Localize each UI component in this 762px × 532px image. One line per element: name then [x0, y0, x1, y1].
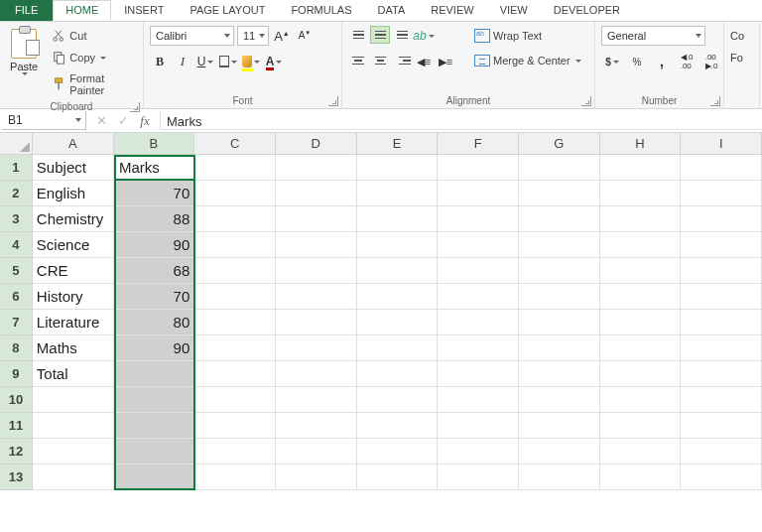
cell-E12[interactable]: [357, 439, 439, 465]
cell-I5[interactable]: [681, 258, 762, 284]
number-format-select[interactable]: General: [601, 26, 705, 46]
col-header-B[interactable]: B: [114, 133, 195, 155]
cell-G6[interactable]: [519, 284, 600, 310]
cell-H8[interactable]: [600, 335, 682, 361]
row-header-12[interactable]: 12: [0, 439, 33, 465]
formula-input[interactable]: Marks: [160, 111, 762, 130]
cell-F7[interactable]: [438, 310, 519, 335]
cell-I6[interactable]: [681, 284, 762, 310]
cell-C5[interactable]: [194, 258, 276, 284]
cell-A1[interactable]: Subject: [33, 155, 114, 181]
cell-E8[interactable]: [357, 335, 439, 361]
col-header-D[interactable]: D: [276, 133, 357, 155]
cell-D8[interactable]: [276, 335, 357, 361]
col-header-E[interactable]: E: [357, 133, 439, 155]
cell-F2[interactable]: [438, 181, 519, 206]
cell-B7[interactable]: 80: [114, 310, 195, 335]
cell-H6[interactable]: [600, 284, 682, 310]
col-header-H[interactable]: H: [600, 133, 682, 155]
cell-C12[interactable]: [194, 439, 276, 465]
tab-home[interactable]: HOME: [53, 0, 111, 21]
align-middle-button[interactable]: [370, 26, 390, 44]
cell-E11[interactable]: [357, 413, 439, 439]
row-header-4[interactable]: 4: [0, 232, 33, 258]
merge-center-button[interactable]: Merge & Center: [469, 52, 586, 69]
cell-F10[interactable]: [438, 387, 519, 413]
cell-E9[interactable]: [357, 361, 439, 387]
cell-B5[interactable]: 68: [114, 258, 195, 284]
cell-G3[interactable]: [519, 206, 600, 232]
select-all-corner[interactable]: [0, 133, 33, 155]
cell-D9[interactable]: [276, 361, 357, 387]
accept-formula-icon[interactable]: ✓: [112, 113, 134, 128]
cell-G7[interactable]: [519, 310, 600, 335]
cell-D4[interactable]: [276, 232, 357, 258]
cell-H11[interactable]: [600, 413, 682, 439]
cell-C11[interactable]: [194, 413, 276, 439]
dialog-launcher-icon[interactable]: [581, 96, 591, 106]
col-header-F[interactable]: F: [438, 133, 519, 155]
cell-E3[interactable]: [357, 206, 439, 232]
dialog-launcher-icon[interactable]: [130, 102, 140, 112]
cell-G12[interactable]: [519, 439, 600, 465]
row-header-1[interactable]: 1: [0, 155, 33, 181]
fill-color-button[interactable]: [241, 52, 261, 71]
cell-F3[interactable]: [438, 206, 519, 232]
comma-format-button[interactable]: ,: [651, 52, 673, 71]
cell-B11[interactable]: [114, 413, 195, 439]
cut-button[interactable]: Cut: [48, 26, 137, 46]
cell-A9[interactable]: Total: [33, 361, 114, 387]
cell-B6[interactable]: 70: [114, 284, 195, 310]
cell-G1[interactable]: [519, 155, 600, 181]
cell-E5[interactable]: [357, 258, 439, 284]
accounting-format-button[interactable]: $: [601, 52, 623, 71]
row-header-7[interactable]: 7: [0, 310, 33, 335]
cell-H10[interactable]: [600, 387, 682, 413]
cell-G11[interactable]: [519, 413, 600, 439]
cell-G5[interactable]: [519, 258, 600, 284]
cell-B3[interactable]: 88: [114, 206, 195, 232]
increase-font-button[interactable]: A▲: [272, 26, 292, 46]
align-top-button[interactable]: [348, 26, 368, 44]
cell-C9[interactable]: [194, 361, 276, 387]
cell-D3[interactable]: [276, 206, 357, 232]
col-header-A[interactable]: A: [33, 133, 114, 155]
wrap-text-button[interactable]: Wrap Text: [469, 26, 586, 46]
tab-page-layout[interactable]: PAGE LAYOUT: [177, 0, 278, 21]
cell-C10[interactable]: [194, 387, 276, 413]
name-box[interactable]: B1: [2, 111, 86, 130]
cell-C1[interactable]: [194, 155, 276, 181]
tab-data[interactable]: DATA: [365, 0, 419, 21]
cell-D7[interactable]: [276, 310, 357, 335]
cell-D2[interactable]: [276, 181, 357, 206]
tab-formulas[interactable]: FORMULAS: [278, 0, 364, 21]
cell-A12[interactable]: [33, 439, 114, 465]
cell-F4[interactable]: [438, 232, 519, 258]
cell-H12[interactable]: [600, 439, 682, 465]
cell-H5[interactable]: [600, 258, 682, 284]
align-bottom-button[interactable]: [392, 26, 412, 44]
cell-C3[interactable]: [194, 206, 276, 232]
row-header-13[interactable]: 13: [0, 465, 33, 490]
insert-function-icon[interactable]: fx: [134, 113, 156, 129]
cell-F13[interactable]: [438, 465, 519, 490]
cell-A7[interactable]: Literature: [33, 310, 114, 335]
cell-B1[interactable]: Marks: [114, 155, 195, 181]
underline-button[interactable]: U: [195, 52, 215, 71]
cell-A2[interactable]: English: [33, 181, 114, 206]
align-left-button[interactable]: [348, 52, 368, 69]
cell-G4[interactable]: [519, 232, 600, 258]
cell-F8[interactable]: [438, 335, 519, 361]
tab-insert[interactable]: INSERT: [111, 0, 177, 21]
cell-B13[interactable]: [114, 465, 195, 490]
cell-B9[interactable]: [114, 361, 195, 387]
cell-F12[interactable]: [438, 439, 519, 465]
cell-E6[interactable]: [357, 284, 439, 310]
font-color-button[interactable]: A: [264, 52, 284, 71]
dialog-launcher-icon[interactable]: [710, 96, 720, 106]
cell-H13[interactable]: [600, 465, 682, 490]
borders-button[interactable]: [218, 52, 238, 71]
cell-I12[interactable]: [681, 439, 762, 465]
cell-H3[interactable]: [600, 206, 682, 232]
format-table-truncated[interactable]: Fo: [730, 52, 743, 64]
